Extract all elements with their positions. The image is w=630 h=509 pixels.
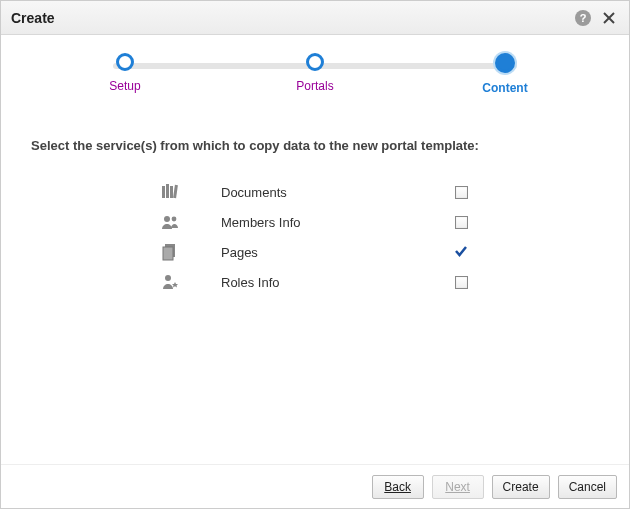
checkbox-unchecked-icon [455, 276, 468, 289]
create-button[interactable]: Create [492, 475, 550, 499]
step-content[interactable]: Content [475, 53, 535, 95]
documents-icon [161, 183, 221, 201]
service-checkbox[interactable] [441, 216, 481, 229]
svg-point-11 [165, 275, 171, 281]
next-button: Next [432, 475, 484, 499]
svg-rect-3 [166, 184, 169, 198]
service-checkbox[interactable] [441, 244, 481, 261]
svg-point-7 [172, 217, 177, 222]
button-label: Create [503, 480, 539, 494]
cancel-button[interactable]: Cancel [558, 475, 617, 499]
close-icon[interactable] [599, 8, 619, 28]
svg-point-6 [164, 216, 170, 222]
dialog-header: Create ? [1, 1, 629, 35]
service-row-documents: Documents [161, 177, 481, 207]
wizard-stepper: Setup Portals Content [95, 53, 535, 108]
service-row-roles: Roles Info [161, 267, 481, 297]
service-checkbox[interactable] [441, 276, 481, 289]
step-label: Portals [296, 79, 333, 93]
roles-icon [161, 273, 221, 291]
back-button[interactable]: Back [372, 475, 424, 499]
svg-marker-12 [172, 282, 178, 288]
svg-rect-4 [170, 186, 173, 198]
step-label: Setup [109, 79, 140, 93]
service-label: Roles Info [221, 275, 441, 290]
button-label: Next [445, 480, 470, 494]
service-row-pages: Pages [161, 237, 481, 267]
service-list: Documents Members Info Pages [161, 177, 481, 297]
create-dialog: Create ? Setup Portals [0, 0, 630, 509]
service-label: Documents [221, 185, 441, 200]
dialog-title: Create [11, 10, 55, 26]
checkbox-unchecked-icon [455, 216, 468, 229]
members-icon [161, 213, 221, 231]
service-checkbox[interactable] [441, 186, 481, 199]
pages-icon [161, 243, 221, 261]
service-label: Members Info [221, 215, 441, 230]
button-label: Back [384, 480, 411, 494]
svg-rect-9 [163, 247, 173, 260]
checkbox-checked-icon [454, 244, 468, 261]
step-dot-icon [495, 53, 515, 73]
dialog-body: Setup Portals Content Select the service… [1, 35, 629, 464]
step-label: Content [482, 81, 527, 95]
step-dot-icon [116, 53, 134, 71]
service-label: Pages [221, 245, 441, 260]
svg-rect-2 [162, 186, 165, 198]
step-dot-icon [306, 53, 324, 71]
svg-rect-5 [173, 185, 178, 198]
step-portals[interactable]: Portals [285, 53, 345, 95]
checkbox-unchecked-icon [455, 186, 468, 199]
help-icon[interactable]: ? [573, 8, 593, 28]
dialog-footer: Back Next Create Cancel [1, 464, 629, 508]
step-setup[interactable]: Setup [95, 53, 155, 95]
service-row-members: Members Info [161, 207, 481, 237]
instruction-text: Select the service(s) from which to copy… [31, 138, 609, 153]
button-label: Cancel [569, 480, 606, 494]
